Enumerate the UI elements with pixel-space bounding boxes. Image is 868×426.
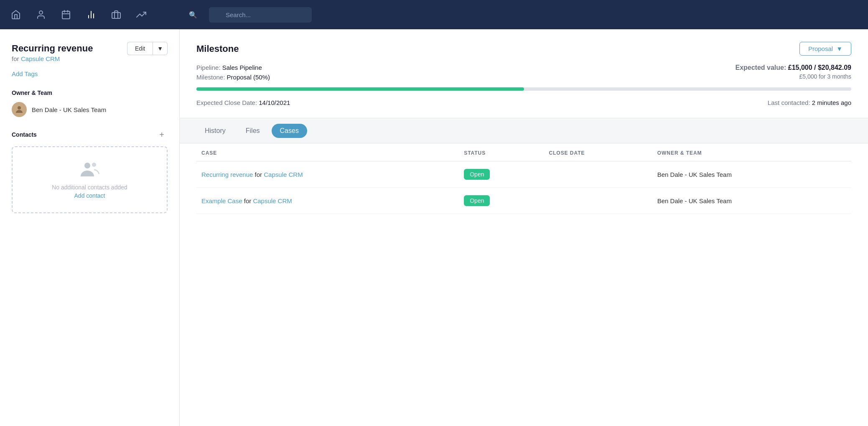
status-badge-1: Open bbox=[464, 169, 490, 180]
people-icon bbox=[21, 161, 158, 181]
status-cell-1: Open bbox=[459, 161, 544, 188]
home-icon[interactable] bbox=[8, 7, 23, 22]
status-badge-2: Open bbox=[464, 195, 490, 206]
trending-up-icon[interactable] bbox=[134, 7, 149, 22]
value-sub: £5,000 for 3 months bbox=[735, 73, 851, 80]
person-icon[interactable] bbox=[33, 7, 48, 22]
milestone-right: Expected value: £15,000 / $20,842.09 £5,… bbox=[735, 64, 851, 80]
tab-cases[interactable]: Cases bbox=[272, 124, 307, 138]
proposal-label: Proposal bbox=[808, 45, 833, 52]
add-contact-link[interactable]: Add contact bbox=[21, 192, 158, 199]
col-case: CASE bbox=[196, 143, 459, 161]
milestone-details: Pipeline: Sales Pipeline Milestone: Prop… bbox=[196, 64, 851, 81]
case-cell-1: Recurring revenue for Capsule CRM bbox=[196, 161, 459, 188]
company-link[interactable]: Capsule CRM bbox=[21, 55, 60, 62]
add-tags[interactable]: Add Tags bbox=[12, 63, 168, 78]
case-link-example[interactable]: Example Case bbox=[201, 197, 242, 204]
tab-history[interactable]: History bbox=[196, 124, 234, 138]
close-date-cell-1 bbox=[544, 161, 652, 188]
search-icon: 🔍 bbox=[189, 11, 197, 19]
opportunity-title: Recurring revenue bbox=[12, 43, 93, 54]
owner-name: Ben Dale - UK Sales Team bbox=[32, 106, 106, 113]
bar-chart-icon[interactable] bbox=[84, 7, 99, 22]
contacts-empty-area: No additional contacts added Add contact bbox=[12, 146, 168, 213]
edit-group: Edit ▼ bbox=[127, 42, 168, 55]
case-link-recurring[interactable]: Recurring revenue bbox=[201, 171, 253, 178]
main-content: Milestone Proposal ▼ Pipeline: Sales Pip… bbox=[180, 29, 868, 426]
search-input[interactable] bbox=[209, 7, 312, 23]
progress-bar-fill bbox=[196, 87, 524, 91]
edit-dropdown-button[interactable]: ▼ bbox=[153, 42, 168, 55]
sidebar: Recurring revenue Edit ▼ for Capsule CRM… bbox=[0, 29, 180, 426]
col-owner-team: OWNER & TEAM bbox=[652, 143, 851, 161]
for-company: for Capsule CRM bbox=[12, 55, 168, 63]
close-date-row: Expected Close Date: 14/10/2021 bbox=[196, 99, 290, 106]
for-label: for bbox=[12, 55, 19, 62]
table-row: Example Case for Capsule CRM Open Ben Da… bbox=[196, 188, 851, 214]
milestone-row: Milestone: Proposal (50%) bbox=[196, 74, 270, 81]
case-cell-2: Example Case for Capsule CRM bbox=[196, 188, 459, 214]
svg-point-10 bbox=[84, 163, 90, 168]
svg-point-0 bbox=[39, 11, 43, 14]
last-contacted-row: Last contacted: 2 minutes ago bbox=[768, 99, 851, 106]
cases-table: CASE STATUS CLOSE DATE OWNER & TEAM Recu… bbox=[196, 143, 851, 214]
main-layout: Recurring revenue Edit ▼ for Capsule CRM… bbox=[0, 29, 868, 426]
tab-files[interactable]: Files bbox=[237, 124, 268, 138]
case-for-text-1: for bbox=[255, 171, 264, 178]
col-status: STATUS bbox=[459, 143, 544, 161]
proposal-dropdown-icon: ▼ bbox=[836, 45, 843, 52]
pipeline-row: Pipeline: Sales Pipeline bbox=[196, 64, 270, 71]
sidebar-header: Recurring revenue Edit ▼ bbox=[12, 42, 168, 55]
avatar bbox=[12, 102, 27, 117]
svg-rect-8 bbox=[112, 13, 120, 18]
expected-value-row: Expected value: £15,000 / $20,842.09 bbox=[735, 64, 851, 71]
owner-cell-2: Ben Dale - UK Sales Team bbox=[652, 188, 851, 214]
owner-section-title: Owner & Team bbox=[12, 89, 168, 96]
contacts-section-title: Contacts bbox=[12, 131, 37, 138]
col-close-date: CLOSE DATE bbox=[544, 143, 652, 161]
calendar-icon[interactable] bbox=[59, 7, 74, 22]
briefcase-icon[interactable] bbox=[109, 7, 124, 22]
milestone-title: Milestone bbox=[196, 43, 239, 54]
milestone-footer: Expected Close Date: 14/10/2021 Last con… bbox=[196, 99, 851, 106]
owner-row: Ben Dale - UK Sales Team bbox=[12, 102, 168, 117]
status-cell-2: Open bbox=[459, 188, 544, 214]
milestone-left: Pipeline: Sales Pipeline Milestone: Prop… bbox=[196, 64, 270, 81]
svg-point-11 bbox=[92, 163, 96, 167]
tabs-section: History Files Cases bbox=[180, 118, 868, 143]
owner-cell-1: Ben Dale - UK Sales Team bbox=[652, 161, 851, 188]
proposal-button[interactable]: Proposal ▼ bbox=[799, 42, 851, 56]
milestone-section: Milestone Proposal ▼ Pipeline: Sales Pip… bbox=[180, 29, 868, 118]
contacts-header: Contacts + bbox=[12, 129, 168, 140]
case-link-capsule-1[interactable]: Capsule CRM bbox=[264, 171, 303, 178]
case-link-capsule-2[interactable]: Capsule CRM bbox=[253, 197, 292, 204]
svg-rect-1 bbox=[62, 11, 70, 19]
milestone-header: Milestone Proposal ▼ bbox=[196, 42, 851, 56]
close-date-cell-2 bbox=[544, 188, 652, 214]
add-contact-plus-button[interactable]: + bbox=[156, 129, 168, 140]
progress-bar-background bbox=[196, 87, 851, 91]
add-tags-label[interactable]: Add Tags bbox=[12, 70, 38, 77]
cases-section: CASE STATUS CLOSE DATE OWNER & TEAM Recu… bbox=[180, 143, 868, 214]
case-for-text-2: for bbox=[244, 197, 253, 204]
no-contacts-text: No additional contacts added bbox=[21, 184, 158, 191]
edit-button[interactable]: Edit bbox=[127, 42, 153, 55]
top-navigation: 🔍 bbox=[0, 0, 868, 29]
table-row: Recurring revenue for Capsule CRM Open B… bbox=[196, 161, 851, 188]
svg-point-9 bbox=[18, 106, 21, 110]
search-wrapper: 🔍 bbox=[184, 7, 560, 23]
